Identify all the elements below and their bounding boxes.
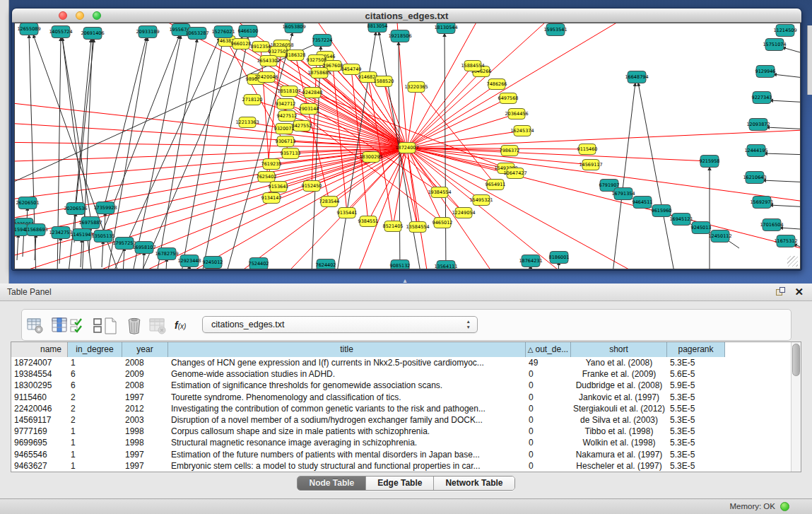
graph-node[interactable]: 16958107 bbox=[132, 242, 155, 254]
graph-node[interactable]: 2903144 bbox=[299, 104, 319, 115]
graph-node[interactable]: 13220365 bbox=[404, 82, 428, 93]
graph-node[interactable]: 14569117 bbox=[579, 160, 602, 170]
close-panel-icon[interactable]: ✕ bbox=[794, 286, 804, 298]
graph-node[interactable]: 7524402 bbox=[249, 258, 269, 270]
graph-node[interactable]: 26206501 bbox=[16, 197, 39, 209]
graph-node[interactable]: 18764231 bbox=[519, 255, 542, 267]
graph-node[interactable]: 11568693 bbox=[24, 224, 47, 236]
column-header-title[interactable]: title bbox=[168, 342, 526, 357]
graph-node[interactable]: 20691406 bbox=[81, 28, 104, 40]
float-panel-icon[interactable] bbox=[776, 287, 787, 298]
graph-node[interactable]: 7619235 bbox=[261, 159, 282, 170]
graph-node[interactable]: 8186001 bbox=[549, 252, 570, 264]
splitter-handle[interactable]: ▴ bbox=[400, 277, 410, 284]
graph-node[interactable]: 9654911 bbox=[486, 180, 506, 190]
scrollbar-thumb[interactable] bbox=[792, 344, 800, 376]
graph-node[interactable]: 8186328 bbox=[286, 50, 306, 61]
table-row[interactable]: 911546021997Tourette syndrome. Phenomeno… bbox=[11, 392, 791, 403]
graph-node[interactable]: 14055724 bbox=[49, 26, 72, 38]
graph-node[interactable]: 19218506 bbox=[388, 30, 411, 42]
graph-node[interactable]: 9320071 bbox=[274, 124, 295, 134]
graph-node[interactable]: 7986372 bbox=[500, 146, 520, 156]
graph-node[interactable]: 7486266 bbox=[487, 79, 507, 90]
graph-node[interactable]: 9242848 bbox=[302, 88, 323, 98]
graph-node[interactable]: 16782759 bbox=[155, 248, 178, 260]
graph-node[interactable]: 9134147 bbox=[261, 193, 282, 204]
graph-node[interactable]: 18758685 bbox=[307, 68, 331, 78]
graph-node[interactable]: 16210643 bbox=[743, 172, 766, 184]
graph-node[interactable]: 9464511 bbox=[632, 197, 653, 209]
graph-node[interactable]: 11675312 bbox=[774, 235, 797, 247]
graph-node[interactable]: 12249054 bbox=[452, 208, 475, 218]
graph-node[interactable]: 15884554 bbox=[461, 61, 484, 71]
graph-node[interactable]: 11451943 bbox=[70, 229, 93, 241]
graph-node[interactable]: 13584554 bbox=[406, 222, 429, 233]
graph-node[interactable]: 12444195 bbox=[744, 145, 767, 157]
graph-node[interactable]: 2718120 bbox=[242, 95, 263, 105]
graph-node[interactable]: 20206536 bbox=[64, 203, 87, 215]
graph-node[interactable]: 16945121 bbox=[669, 214, 693, 226]
column-header-year[interactable]: year bbox=[122, 342, 168, 357]
resize-grip[interactable] bbox=[787, 256, 798, 267]
graph-node[interactable]: 9342712 bbox=[276, 99, 296, 110]
graph-node[interactable]: 16053809 bbox=[282, 23, 305, 33]
table-row[interactable]: 1872400712008Changes of HCN gene express… bbox=[11, 357, 791, 368]
graph-node[interactable]: 19384554 bbox=[428, 187, 451, 198]
graph-node[interactable]: 13505135 bbox=[91, 230, 114, 243]
graph-node[interactable]: 9227343 bbox=[752, 92, 772, 104]
graph-node[interactable]: 18130544 bbox=[434, 23, 457, 34]
table-row[interactable]: 946362711997Embryonic stem cells: a mode… bbox=[11, 460, 791, 472]
graph-node[interactable]: 9129946 bbox=[755, 66, 776, 78]
column-visibility-icon[interactable] bbox=[69, 317, 87, 335]
table-row[interactable]: 2242004622012Investigating the contribut… bbox=[11, 403, 791, 414]
table-row[interactable]: 1938455462009Genome-wide association stu… bbox=[11, 368, 791, 380]
graph-node[interactable]: 12093872 bbox=[746, 119, 770, 131]
graph-node[interactable]: 15953541 bbox=[543, 24, 567, 36]
graph-node[interactable]: 12923448 bbox=[177, 255, 201, 267]
column-chooser-icon[interactable] bbox=[51, 317, 69, 335]
vertical-scrollbar[interactable] bbox=[791, 342, 801, 472]
function-builder-icon[interactable]: f(x) bbox=[175, 320, 193, 338]
graph-node[interactable]: 9357133 bbox=[281, 148, 301, 159]
table-row[interactable]: 1830029562008Estimation of significance … bbox=[11, 380, 791, 391]
graph-node[interactable]: 17359928 bbox=[93, 202, 117, 214]
column-header-short[interactable]: short bbox=[571, 342, 667, 357]
tab-edge-table[interactable]: Edge Table bbox=[366, 477, 434, 490]
graph-node[interactable]: 12213363 bbox=[235, 117, 259, 128]
graph-node[interactable]: 9245013 bbox=[691, 222, 712, 234]
graph-node[interactable]: 12342757 bbox=[49, 227, 72, 239]
graph-node[interactable]: 18300295 bbox=[359, 152, 382, 163]
graph-node[interactable]: 9427512 bbox=[277, 111, 298, 122]
graph-node[interactable]: 8813054 bbox=[367, 23, 388, 33]
column-header-pagerank[interactable]: pagerank bbox=[667, 342, 725, 357]
graph-node[interactable]: 12655089 bbox=[17, 23, 40, 35]
graph-node[interactable]: 7624402 bbox=[316, 259, 336, 270]
new-file-icon[interactable] bbox=[102, 317, 120, 335]
graph-node[interactable]: 15692971 bbox=[750, 197, 773, 209]
graph-node[interactable]: 10653287 bbox=[185, 28, 208, 40]
graph-node[interactable]: 10647427 bbox=[503, 168, 526, 179]
graph-node[interactable]: 15276021 bbox=[211, 26, 235, 38]
graph-node[interactable]: 9245012 bbox=[203, 257, 223, 269]
graph-node[interactable]: 7283544 bbox=[319, 197, 340, 207]
graph-node[interactable]: 9306713 bbox=[276, 136, 296, 147]
table-row[interactable]: 1456911722003Disruption of a novel membe… bbox=[11, 414, 791, 426]
graph-node[interactable]: 20364456 bbox=[505, 109, 528, 119]
graph-node[interactable]: 8454749 bbox=[341, 64, 362, 75]
graph-node[interactable]: 9115460 bbox=[577, 144, 598, 155]
graph-node[interactable]: 17016504 bbox=[760, 219, 783, 231]
graph-node[interactable]: 9384551 bbox=[358, 216, 379, 227]
graph-node[interactable]: 9465012 bbox=[433, 218, 453, 228]
graph-node[interactable]: 1588520 bbox=[374, 76, 394, 87]
graph-node[interactable]: 9615960 bbox=[652, 205, 672, 217]
graph-node[interactable]: 16791354 bbox=[611, 188, 635, 200]
network-canvas[interactable]: 1872400774638229660128891235418226058932… bbox=[14, 23, 801, 269]
graph-node[interactable]: 20933189 bbox=[136, 26, 159, 38]
graph-node[interactable]: 7625402 bbox=[257, 172, 277, 182]
graph-node[interactable]: 11214509 bbox=[773, 25, 796, 37]
graph-node[interactable]: 16543302 bbox=[257, 56, 280, 66]
graph-node[interactable]: 9153641 bbox=[269, 182, 289, 192]
table-selector-dropdown[interactable]: citations_edges.txt ▲▼ bbox=[202, 316, 478, 333]
graph-node[interactable]: 9660128 bbox=[231, 39, 252, 49]
graph-node[interactable]: 18724007 bbox=[395, 143, 418, 153]
